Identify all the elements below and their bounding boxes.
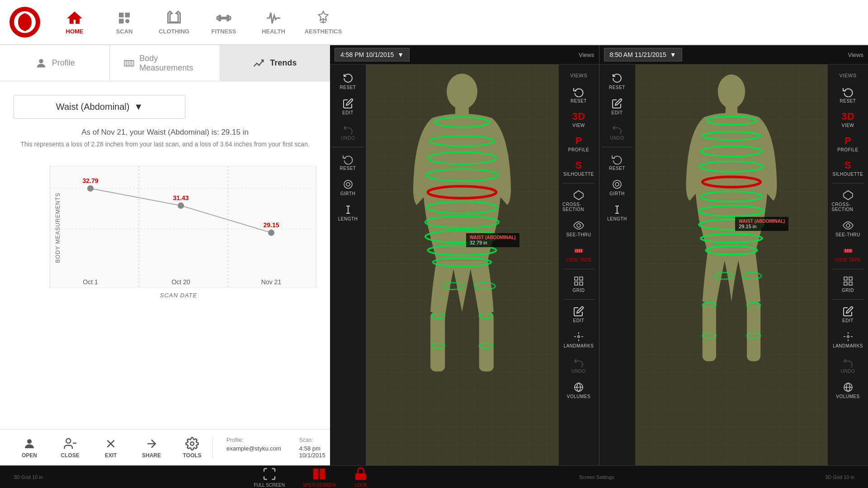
tool-view-tape-left[interactable]: VIEW TAPE — [561, 242, 597, 266]
chart-wrapper: BODY MEASUREMENTS — [14, 157, 316, 303]
grid-label-left: 3D Grid 10 in — [14, 474, 43, 480]
lock-button[interactable]: LOCK — [354, 467, 368, 488]
full-screen-button[interactable]: FULL SCREEN — [254, 467, 285, 488]
tool-landmarks-right[interactable]: LANDMARKS — [830, 328, 866, 352]
scan-header-left: 4:58 PM 10/1/2015 ▼ Views — [330, 45, 599, 65]
tool-view-tape-right[interactable]: VIEW TAPE — [830, 242, 866, 266]
tool-grid-right[interactable]: GRID — [830, 272, 866, 296]
tool-silhouette-left[interactable]: S SILHOUETTE — [561, 157, 597, 180]
tool-3d-view-right[interactable]: 3D VIEW — [830, 108, 866, 131]
tool-volumes-right[interactable]: VOLUMES — [830, 378, 866, 403]
tool-grid-left[interactable]: GRID — [561, 272, 597, 296]
tabs: Profile Body Measurements Trends — [0, 45, 330, 81]
svg-rect-3 — [125, 13, 130, 18]
waist-title-right: WAIST (ABDOMINAL) — [739, 219, 785, 224]
tool-undo-view-right[interactable]: UNDO — [830, 353, 866, 377]
tools-button[interactable]: TOOLS — [172, 430, 212, 466]
tool-reset-right[interactable]: RESET — [599, 69, 635, 94]
tool-3d-view-left[interactable]: 3D VIEW — [561, 108, 597, 131]
measurement-info: As of Nov 21, your Waist (Abdominal) is:… — [14, 128, 316, 148]
tool-edit-left[interactable]: EDIT — [330, 94, 366, 119]
open-button[interactable]: OPEN — [9, 430, 50, 466]
tool-girth-right[interactable]: GIRTH — [599, 175, 635, 200]
svg-point-27 — [178, 202, 184, 209]
waist-label-right: WAIST (ABDOMINAL) 29.15 in — [735, 217, 788, 231]
svg-point-35 — [27, 439, 32, 444]
tool-profile-left[interactable]: P PROFILE — [561, 132, 597, 156]
svg-rect-89 — [747, 301, 760, 361]
svg-rect-50 — [479, 312, 494, 371]
bottom-scan-bar: 3D Grid 10 in FULL SCREEN SPLIT-SCREEN L… — [0, 465, 868, 488]
tool-girth-left[interactable]: GIRTH — [330, 175, 366, 200]
svg-rect-114 — [849, 277, 852, 280]
datetime-dropdown-left[interactable]: 4:58 PM 10/1/2015 ▼ — [335, 48, 410, 61]
tool-edit-view-right[interactable]: EDIT — [830, 302, 866, 327]
tool-cross-section-left[interactable]: CROSS-SECTION — [561, 186, 597, 216]
measurement-main-text: As of Nov 21, your Waist (Abdominal) is:… — [14, 128, 316, 137]
grid-label-right: 3D Grid 10 in — [825, 474, 854, 480]
svg-rect-121 — [320, 469, 325, 479]
tab-body-measurements[interactable]: Body Measurements — [110, 45, 220, 81]
tool-volumes-left[interactable]: VOLUMES — [561, 378, 597, 403]
bottom-scan-controls: FULL SCREEN SPLIT-SCREEN LOCK — [254, 467, 368, 488]
content-area: Waist (Abdominal) ▼ As of Nov 21, your W… — [0, 81, 330, 429]
svg-rect-113 — [844, 277, 847, 280]
tool-undo-left[interactable]: UNDO — [330, 120, 366, 144]
app-logo — [9, 6, 41, 38]
tool-length-left[interactable]: LENGTH — [330, 201, 366, 225]
tool-reset-view-left[interactable]: RESET — [561, 83, 597, 107]
divider-r2 — [832, 269, 864, 269]
tab-profile[interactable]: Profile — [0, 45, 110, 81]
tool-divider-r — [601, 147, 633, 147]
nav-scan[interactable]: SCAN — [99, 2, 149, 42]
tab-trends[interactable]: Trends — [220, 45, 330, 81]
svg-point-41 — [190, 442, 194, 446]
nav-clothing[interactable]: CLOTHING — [149, 2, 199, 42]
datetime-dropdown-right[interactable]: 8:50 AM 11/21/2015 ▼ — [604, 48, 682, 61]
svg-point-68 — [577, 224, 580, 227]
share-button[interactable]: SHARE — [131, 430, 172, 466]
tool-cross-section-right[interactable]: CROSS-SECTION — [830, 186, 866, 216]
left-tools-panel-left: RESET EDIT UNDO RESET — [330, 65, 366, 465]
tool-see-thru-left[interactable]: SEE-THRU — [561, 216, 597, 241]
exit-button[interactable]: EXIT — [90, 430, 131, 466]
views-label-right: Views — [848, 52, 863, 58]
close-button[interactable]: CLOSE — [50, 430, 90, 466]
tool-reset-left[interactable]: RESET — [330, 69, 366, 94]
tool-undo-right[interactable]: UNDO — [599, 120, 635, 144]
svg-point-42 — [344, 180, 352, 188]
tool-undo-view-left[interactable]: UNDO — [561, 353, 597, 377]
measurement-dropdown[interactable]: Waist (Abdominal) ▼ — [14, 95, 185, 119]
nav-health[interactable]: HEALTH — [249, 2, 298, 42]
nav-home[interactable]: HOME — [50, 2, 99, 42]
tool-edit-view-left[interactable]: EDIT — [561, 302, 597, 327]
left-panel: Profile Body Measurements Trends Waist (… — [0, 45, 330, 465]
svg-point-82 — [615, 183, 619, 186]
tool-length-right[interactable]: LENGTH — [599, 201, 635, 225]
tool-silhouette-right[interactable]: S SILHOUETTE — [830, 157, 866, 180]
scan-view-left-body: RESET EDIT UNDO RESET — [330, 65, 599, 465]
svg-rect-122 — [355, 473, 366, 480]
svg-point-47 — [447, 74, 477, 109]
tool-divider — [332, 147, 364, 147]
main-content: Profile Body Measurements Trends Waist (… — [0, 45, 868, 465]
divider-3 — [563, 299, 594, 300]
svg-rect-69 — [574, 249, 583, 253]
split-screen-button[interactable]: SPLIT-SCREEN — [303, 467, 335, 488]
tool-reset2-left[interactable]: RESET — [330, 150, 366, 174]
tool-profile-right[interactable]: P PROFILE — [830, 132, 866, 156]
tool-landmarks-left[interactable]: LANDMARKS — [561, 328, 597, 352]
3d-body-left: WAIST (ABDOMINAL) 32.79 in — [366, 65, 558, 465]
tool-see-thru-right[interactable]: SEE-THRU — [830, 216, 866, 241]
scan-view-left: 4:58 PM 10/1/2015 ▼ Views RESET EDIT — [330, 45, 599, 465]
nav-fitness[interactable]: FITNESS — [199, 2, 249, 42]
tool-reset2-right[interactable]: RESET — [599, 150, 635, 174]
tool-reset-view-right[interactable]: RESET — [830, 83, 866, 107]
chart-y-label: BODY MEASUREMENTS — [55, 192, 61, 263]
tool-edit-right[interactable]: EDIT — [599, 94, 635, 119]
svg-point-117 — [847, 336, 849, 338]
measurement-sub-text: This represents a loss of 2.28 inches fr… — [14, 141, 316, 148]
dropdown-chevron-icon-right: ▼ — [670, 51, 676, 58]
left-tools-panel-right: RESET EDIT UNDO RESET — [599, 65, 636, 465]
nav-aesthetics[interactable]: AESTHETICS — [298, 2, 348, 42]
